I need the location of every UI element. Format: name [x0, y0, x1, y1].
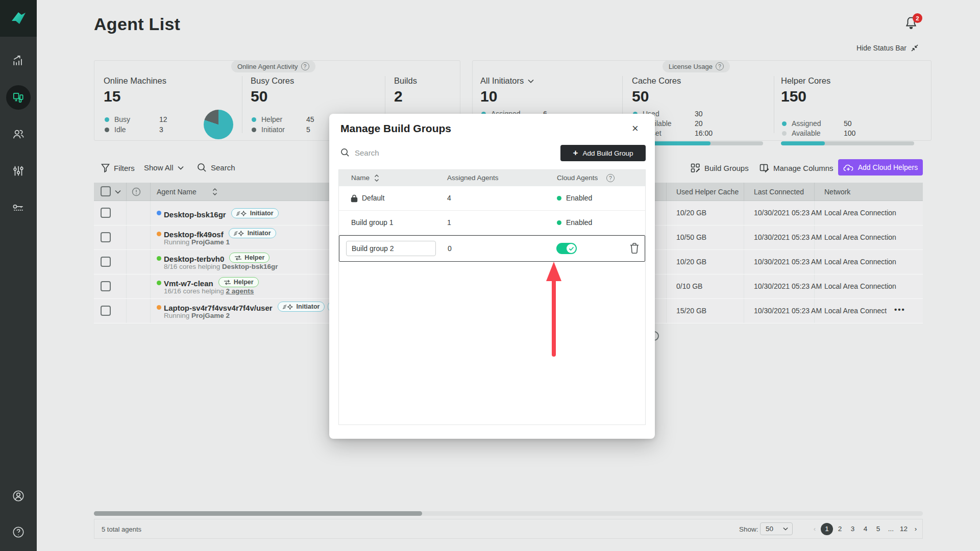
cloud-agents-toggle[interactable] [556, 243, 577, 254]
select-menu-chevron-icon[interactable] [115, 190, 121, 194]
row-checkbox[interactable] [101, 306, 111, 316]
next-page-button[interactable]: › [910, 525, 921, 533]
last-connected-cell: 10/30/2021 05:23 AM [754, 258, 822, 266]
incredibuild-logo-icon [8, 8, 29, 29]
idle-dot [105, 128, 109, 132]
row-checkbox[interactable] [101, 257, 111, 267]
row-menu-button[interactable]: ••• [894, 305, 905, 314]
chevron-down-icon [178, 166, 184, 170]
build-group-name-input[interactable] [346, 241, 436, 256]
close-icon[interactable]: × [632, 123, 639, 134]
cloud-agents-status: Enabled [557, 218, 592, 227]
build-group-row[interactable]: Default 4 Enabled [339, 186, 645, 211]
status-dot [157, 256, 161, 261]
avatar-icon [12, 489, 25, 503]
legend-initiator: Initiator 5 [252, 126, 310, 134]
column-network[interactable]: Network [824, 188, 850, 196]
online-machines-value: 15 [104, 88, 120, 105]
row-checkbox[interactable] [101, 208, 111, 218]
enabled-dot [557, 220, 561, 225]
add-build-group-button[interactable]: + Add Build Group [560, 145, 646, 161]
busy-cores-title: Busy Cores [251, 76, 294, 86]
legend-busy: Busy 12 [105, 115, 167, 123]
help-circle-icon[interactable]: ? [716, 62, 724, 70]
initiator-dot [252, 128, 256, 132]
helper-badge-icon [224, 280, 231, 285]
page-button[interactable]: 2 [834, 525, 846, 533]
page-size-select[interactable]: 50 [760, 522, 793, 535]
network-cell: Local Area Connection [824, 258, 896, 266]
agents-icon [12, 91, 25, 104]
show-filter-dropdown[interactable]: Show All [144, 163, 184, 172]
hide-status-bar[interactable]: Hide Status Bar [837, 44, 919, 52]
add-cloud-helpers-button[interactable]: Add Cloud Helpers [838, 159, 923, 176]
build-group-row[interactable]: Build group 1 1 Enabled [339, 211, 645, 235]
sidebar-item-settings[interactable] [7, 160, 30, 182]
sidebar-help[interactable] [7, 521, 30, 543]
build-groups-header: Name Assigned Agents Cloud Agents ? [339, 170, 645, 186]
sidebar-item-dashboard[interactable] [7, 49, 30, 72]
notifications-button[interactable]: 2 [904, 15, 925, 34]
status-dot [157, 232, 161, 236]
initiator-badge-icon [234, 231, 245, 236]
column-cloud-agents[interactable]: Cloud Agents [557, 174, 598, 182]
horizontal-scrollbar[interactable] [94, 511, 923, 516]
search-button[interactable]: Search [197, 163, 235, 172]
collapse-icon [911, 44, 919, 52]
page-button[interactable]: 1 [821, 523, 833, 535]
page-button[interactable]: 4 [859, 525, 872, 533]
last-connected-cell: 10/30/2021 05:23 AM [754, 233, 822, 241]
all-initiators-title[interactable]: All Initiators [480, 76, 534, 86]
manage-columns-button[interactable]: Manage Columns [760, 163, 834, 173]
hide-status-bar-label: Hide Status Bar [856, 44, 906, 52]
column-assigned-agents[interactable]: Assigned Agents [447, 174, 499, 182]
build-group-name: Build group 1 [351, 218, 394, 227]
build-group-row-editing[interactable]: 0 [339, 235, 645, 262]
sidebar-item-agents[interactable] [6, 85, 31, 110]
page-button[interactable]: 3 [846, 525, 859, 533]
row-checkbox[interactable] [101, 232, 111, 242]
sidebar-profile[interactable] [7, 485, 30, 507]
scrollbar-thumb[interactable] [94, 511, 422, 516]
sort-icon[interactable] [212, 188, 217, 196]
column-last-connected[interactable]: Last Connected [754, 188, 804, 196]
prev-page-button[interactable]: ‹ [809, 525, 820, 533]
toggle-knob [567, 244, 576, 253]
help-circle-icon[interactable]: ? [301, 62, 309, 70]
cloud-plus-icon [843, 164, 853, 171]
modal-search[interactable] [340, 148, 467, 157]
pagination: ‹ 1 2 3 4 5 ... 12 › [809, 519, 921, 538]
show-label: Show: [739, 525, 758, 533]
select-all-checkbox[interactable] [101, 186, 111, 196]
page-button[interactable]: 12 [897, 525, 910, 533]
cloud-agents-status: Enabled [557, 194, 592, 202]
column-used-helper-cache[interactable]: Used Helper Cache [676, 188, 739, 196]
page-button[interactable]: 5 [872, 525, 885, 533]
sidebar-item-license[interactable] [7, 196, 30, 219]
row-checkbox[interactable] [101, 281, 111, 291]
initiator-badge: Initiator [231, 208, 279, 218]
filters-button[interactable]: Filters [101, 163, 135, 172]
help-circle-icon[interactable]: ? [606, 174, 615, 182]
plus-icon: + [573, 148, 578, 158]
table-footer: 5 total agents Show: 50 ‹ 1 2 3 4 5 ... … [94, 519, 923, 539]
agents-link[interactable]: 2 agents [226, 287, 254, 295]
helper-badge: Helper [218, 277, 259, 287]
agent-subtext: 16/16 cores helping 2 agents [164, 287, 254, 295]
used-helper-cache-cell: 15/20 GB [676, 307, 706, 315]
app-logo[interactable] [0, 0, 37, 37]
helper-dot [252, 117, 256, 122]
modal-search-input[interactable] [355, 148, 467, 157]
column-agent-name[interactable]: Agent Name [157, 188, 197, 196]
annotation-arrow [541, 259, 567, 361]
agent-name: Desktop-terbvh0Helper [164, 253, 270, 263]
network-cell: Local Area Connection [824, 233, 896, 241]
column-name[interactable]: Name [351, 174, 370, 182]
sort-icon[interactable] [374, 174, 379, 182]
trash-icon[interactable] [629, 242, 640, 254]
agent-name: Vmt-w7-cleanHelper [164, 277, 259, 288]
build-groups-button[interactable]: Build Groups [691, 163, 749, 173]
sidebar-item-users[interactable] [7, 123, 30, 145]
initiator-badge: Initiator [229, 228, 276, 238]
busy-dot [105, 117, 109, 122]
